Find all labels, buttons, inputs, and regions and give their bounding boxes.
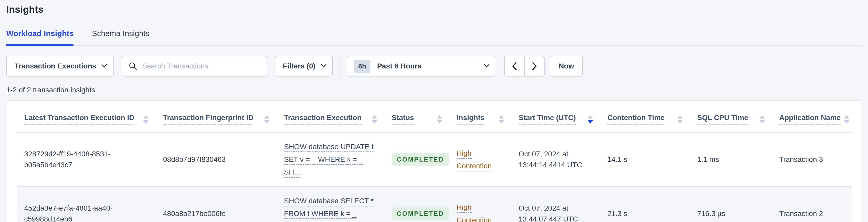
column-header-application-name[interactable]: Application Name	[772, 101, 851, 132]
now-button[interactable]: Now	[550, 56, 583, 76]
sort-icon[interactable]	[143, 114, 149, 124]
status-badge: COMPLETED	[392, 153, 449, 166]
high-contention-link[interactable]: High Contention	[457, 149, 492, 171]
chevron-down-icon	[484, 62, 489, 67]
filters-label: Filters (0)	[283, 62, 315, 70]
table-row: 452da3e7-e7fa-4801-aa40-c59988d14eb6 480…	[17, 187, 851, 222]
high-contention-link[interactable]: High Contention	[457, 203, 492, 222]
column-header-status[interactable]: Status	[384, 101, 449, 132]
column-header-latest-transaction-execution-id[interactable]: Latest Transaction Execution ID	[17, 101, 156, 132]
sort-icon[interactable]	[437, 114, 442, 124]
cell-fingerprint-id: 480a8b217be006fe	[156, 187, 277, 222]
toolbar-divider	[340, 56, 340, 76]
cell-insights: High Contention	[449, 187, 512, 222]
cell-status: COMPLETED	[384, 132, 449, 187]
sort-icon[interactable]	[264, 114, 270, 124]
table-row: 328729d2-ff19-4408-8531-b05a5b4e43c7 08d…	[17, 132, 851, 187]
cell-insights: High Contention	[449, 132, 512, 187]
sort-icon[interactable]	[678, 114, 683, 124]
cell-transaction-execution: SHOW database SELECT * FROM t WHERE k = …	[277, 187, 384, 222]
cell-sql-cpu-time: 1.1 ms	[690, 132, 772, 187]
cell-contention-time: 21.3 s	[600, 187, 690, 222]
tab-workload-insights[interactable]: Workload Insights	[6, 29, 73, 46]
page-title: Insights	[6, 4, 862, 15]
column-header-contention-time[interactable]: Contention Time	[600, 101, 690, 132]
column-header-start-time[interactable]: Start Time (UTC)	[512, 101, 600, 132]
tab-bar: Workload Insights Schema Insights	[6, 29, 862, 46]
column-header-transaction-fingerprint-id[interactable]: Transaction Fingerprint ID	[156, 101, 277, 132]
time-range-label: Past 6 Hours	[377, 62, 422, 70]
cell-start-time: Oct 07, 2024 at 13:44:07.447 UTC	[512, 187, 600, 222]
cell-status: COMPLETED	[384, 187, 449, 222]
previous-time-range-button[interactable]	[504, 56, 524, 76]
chevron-left-icon	[510, 61, 518, 71]
cell-start-time: Oct 07, 2024 at 13:44:14.4414 UTC	[512, 132, 600, 187]
tab-schema-insights[interactable]: Schema Insights	[92, 29, 150, 44]
sort-icon[interactable]	[844, 114, 849, 124]
cell-contention-time: 14.1 s	[600, 132, 690, 187]
sort-icon[interactable]	[499, 114, 504, 124]
insights-table-card: Latest Transaction Execution ID Transact…	[6, 100, 862, 222]
sort-icon[interactable]	[760, 114, 765, 124]
next-time-range-button[interactable]	[524, 56, 545, 76]
cell-application-name: Transaction 2	[772, 187, 851, 222]
transaction-execution-link[interactable]: SHOW database SELECT * FROM t WHERE k = …	[284, 197, 374, 222]
search-input[interactable]	[142, 62, 260, 70]
table-header-row: Latest Transaction Execution ID Transact…	[17, 101, 851, 132]
status-badge: COMPLETED	[392, 208, 449, 220]
column-header-insights[interactable]: Insights	[449, 101, 512, 132]
chevron-down-icon	[101, 62, 107, 67]
transaction-insights-table: Latest Transaction Execution ID Transact…	[17, 101, 851, 222]
cell-latest-execution-id: 328729d2-ff19-4408-8531-b05a5b4e43c7	[17, 132, 156, 187]
execution-type-label: Transaction Executions	[14, 62, 96, 70]
transaction-execution-link[interactable]: SHOW database UPDATE t SET v = _ WHERE k…	[284, 142, 374, 178]
results-summary: 1-2 of 2 transaction insights	[6, 86, 862, 94]
chevron-down-icon	[321, 62, 326, 67]
time-range-nav	[504, 56, 545, 76]
cell-application-name: Transaction 3	[772, 132, 851, 187]
time-range-dropdown[interactable]: 6h Past 6 Hours	[347, 56, 495, 76]
column-header-sql-cpu-time[interactable]: SQL CPU Time	[690, 101, 772, 132]
filters-button[interactable]: Filters (0)	[275, 56, 333, 76]
toolbar: Transaction Executions Filters (0) 6h Pa…	[6, 56, 862, 76]
cell-transaction-execution: SHOW database UPDATE t SET v = _ WHERE k…	[277, 132, 384, 187]
execution-type-dropdown[interactable]: Transaction Executions	[6, 56, 114, 76]
now-button-label: Now	[559, 62, 574, 70]
insights-page: Insights Workload Insights Schema Insigh…	[0, 0, 868, 222]
time-range-badge: 6h	[354, 60, 370, 73]
cell-fingerprint-id: 08d8b7d97f830463	[156, 132, 277, 187]
sort-icon-active-desc[interactable]	[588, 114, 593, 124]
cell-latest-execution-id: 452da3e7-e7fa-4801-aa40-c59988d14eb6	[17, 187, 156, 222]
search-icon	[128, 62, 137, 70]
chevron-right-icon	[531, 61, 538, 71]
column-header-transaction-execution[interactable]: Transaction Execution	[277, 101, 384, 132]
sort-icon[interactable]	[372, 114, 377, 124]
search-box[interactable]	[122, 56, 267, 76]
cell-sql-cpu-time: 716.3 µs	[690, 187, 772, 222]
